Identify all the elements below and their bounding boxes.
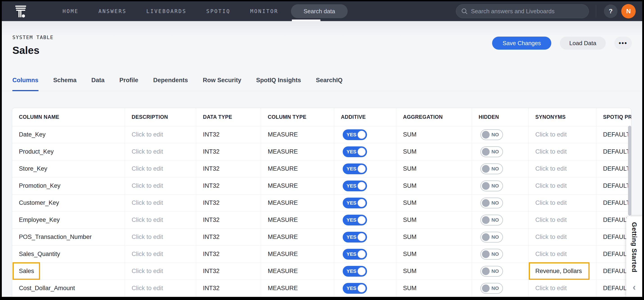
- vertical-scrollbar[interactable]: [628, 126, 632, 216]
- column-name-cell[interactable]: Sales_Quantity: [12, 246, 125, 263]
- spotiq-preference-cell[interactable]: DEFAULT: [596, 280, 631, 297]
- thoughtspot-logo-icon[interactable]: [14, 4, 28, 18]
- spotiq-preference-cell[interactable]: DEFAULT: [596, 246, 631, 263]
- additive-toggle[interactable]: YES: [343, 215, 367, 225]
- aggregation-cell[interactable]: SUM: [396, 126, 472, 143]
- additive-toggle[interactable]: YES: [343, 129, 367, 140]
- hidden-toggle[interactable]: NO: [480, 215, 503, 225]
- synonyms-cell[interactable]: Click to edit: [528, 126, 596, 143]
- column-name-cell[interactable]: Cost_Dollar_Amount: [12, 280, 125, 297]
- tab-schema[interactable]: Schema: [53, 70, 77, 91]
- spotiq-preference-cell[interactable]: DEFAULT: [596, 212, 631, 228]
- additive-toggle[interactable]: YES: [343, 249, 367, 260]
- additive-toggle-label: YES: [346, 200, 356, 206]
- column-name-cell[interactable]: Employee_Key: [12, 212, 125, 228]
- help-button[interactable]: ?: [604, 4, 618, 18]
- data-type-cell: INT32: [196, 212, 261, 228]
- column-name-cell[interactable]: POS_Transaction_Number: [12, 229, 125, 245]
- synonyms-cell[interactable]: Click to edit: [528, 160, 596, 177]
- synonyms-cell[interactable]: Click to edit: [528, 246, 596, 263]
- synonyms-cell[interactable]: Click to edit: [528, 212, 596, 228]
- nav-item-answers[interactable]: ANSWERS: [88, 1, 136, 21]
- hidden-toggle[interactable]: NO: [480, 283, 503, 294]
- column-name-cell[interactable]: Sales: [12, 263, 125, 280]
- additive-toggle[interactable]: YES: [343, 232, 367, 243]
- nav-item-home[interactable]: HOME: [53, 1, 88, 21]
- synonyms-cell[interactable]: Revenue, Dollars: [528, 263, 596, 280]
- hidden-toggle[interactable]: NO: [480, 180, 503, 191]
- column-name-cell[interactable]: Store_Key: [12, 160, 125, 177]
- spotiq-preference-cell[interactable]: DEFAULT: [596, 126, 631, 143]
- additive-toggle[interactable]: YES: [343, 147, 367, 157]
- column-name-cell[interactable]: Promotion_Key: [12, 177, 125, 194]
- additive-toggle[interactable]: YES: [343, 266, 367, 277]
- aggregation-cell[interactable]: SUM: [396, 280, 472, 297]
- additive-toggle[interactable]: YES: [343, 198, 367, 208]
- description-cell[interactable]: Click to edit: [125, 160, 196, 177]
- getting-started-panel[interactable]: Getting Started ‹: [626, 216, 642, 297]
- description-cell[interactable]: Click to edit: [125, 263, 196, 280]
- search-data-button[interactable]: Search data: [291, 4, 348, 18]
- aggregation-cell[interactable]: SUM: [396, 229, 472, 245]
- tab-data[interactable]: Data: [91, 70, 105, 91]
- spotiq-preference-cell[interactable]: DEFAULT: [596, 229, 631, 245]
- aggregation-cell[interactable]: SUM: [396, 263, 472, 280]
- nav-item-spotiq[interactable]: SPOTIQ: [196, 1, 240, 21]
- global-search-input[interactable]: [471, 8, 584, 15]
- additive-toggle[interactable]: YES: [343, 163, 367, 174]
- description-cell[interactable]: Click to edit: [125, 280, 196, 297]
- additive-toggle[interactable]: YES: [343, 180, 367, 191]
- description-cell[interactable]: Click to edit: [125, 229, 196, 245]
- additive-toggle-knob: [358, 199, 366, 207]
- synonyms-cell[interactable]: Click to edit: [528, 229, 596, 245]
- synonyms-cell[interactable]: Click to edit: [528, 143, 596, 160]
- chevron-left-icon[interactable]: ‹: [633, 283, 636, 292]
- spotiq-preference-cell[interactable]: DEFAULT: [596, 143, 631, 160]
- spotiq-preference-cell[interactable]: DEFAULT: [596, 194, 631, 211]
- additive-toggle-label: YES: [346, 251, 356, 257]
- tab-spotiq-insights[interactable]: SpotIQ Insights: [256, 70, 301, 91]
- description-cell[interactable]: Click to edit: [125, 126, 196, 143]
- aggregation-cell[interactable]: SUM: [396, 246, 472, 263]
- description-cell[interactable]: Click to edit: [125, 177, 196, 194]
- hidden-toggle[interactable]: NO: [480, 198, 503, 208]
- additive-toggle[interactable]: YES: [343, 283, 367, 294]
- column-name-cell[interactable]: Date_Key: [12, 126, 125, 143]
- hidden-toggle[interactable]: NO: [480, 249, 503, 260]
- aggregation-cell[interactable]: SUM: [396, 194, 472, 211]
- user-avatar[interactable]: N: [621, 4, 636, 18]
- tab-searchiq[interactable]: SearchIQ: [316, 70, 343, 91]
- synonyms-cell[interactable]: Click to edit: [528, 280, 596, 297]
- aggregation-cell[interactable]: SUM: [396, 143, 472, 160]
- more-options-button[interactable]: •••: [614, 37, 632, 50]
- description-cell[interactable]: Click to edit: [125, 246, 196, 263]
- additive-toggle-knob: [358, 131, 366, 139]
- aggregation-cell[interactable]: SUM: [396, 160, 472, 177]
- description-cell[interactable]: Click to edit: [125, 143, 196, 160]
- app-window: HOME ANSWERS LIVEBOARDS SPOTIQ MONITOR D…: [0, 0, 644, 300]
- column-name-cell[interactable]: Customer_Key: [12, 194, 125, 211]
- tab-dependents[interactable]: Dependents: [153, 70, 188, 91]
- load-data-button[interactable]: Load Data: [560, 37, 606, 50]
- tab-row-security[interactable]: Row Security: [203, 70, 241, 91]
- aggregation-cell[interactable]: SUM: [396, 177, 472, 194]
- hidden-toggle[interactable]: NO: [480, 266, 503, 277]
- nav-item-monitor[interactable]: MONITOR: [240, 1, 288, 21]
- synonyms-cell[interactable]: Click to edit: [528, 177, 596, 194]
- tab-profile[interactable]: Profile: [120, 70, 138, 91]
- spotiq-preference-cell[interactable]: DEFAULT: [596, 177, 631, 194]
- spotiq-preference-cell[interactable]: DEFAULT: [596, 160, 631, 177]
- aggregation-cell[interactable]: SUM: [396, 212, 472, 228]
- hidden-toggle[interactable]: NO: [480, 163, 503, 174]
- spotiq-preference-cell[interactable]: DEFAULT: [596, 263, 631, 280]
- save-changes-button[interactable]: Save Changes: [492, 37, 551, 50]
- synonyms-cell[interactable]: Click to edit: [528, 194, 596, 211]
- description-cell[interactable]: Click to edit: [125, 212, 196, 228]
- hidden-toggle[interactable]: NO: [480, 129, 503, 140]
- nav-item-liveboards[interactable]: LIVEBOARDS: [136, 1, 196, 21]
- tab-columns[interactable]: Columns: [12, 70, 38, 91]
- description-cell[interactable]: Click to edit: [125, 194, 196, 211]
- column-name-cell[interactable]: Product_Key: [12, 143, 125, 160]
- hidden-toggle[interactable]: NO: [480, 147, 503, 157]
- hidden-toggle[interactable]: NO: [480, 232, 503, 243]
